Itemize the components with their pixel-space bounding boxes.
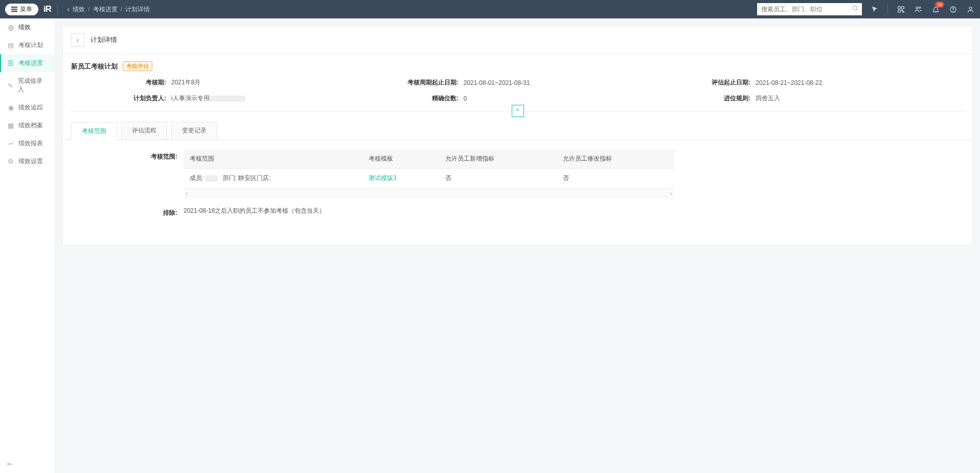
sidebar: ◎ 绩效 ▤ 考核计划 ☰ 考核进度 ✎ 完成值录入 ◉ 绩效追踪 ▦ 绩效档案… <box>0 18 55 473</box>
scope-label: 考核范围: <box>71 149 184 161</box>
svg-rect-6 <box>903 11 904 12</box>
sidebar-item-track[interactable]: ◉ 绩效追踪 <box>0 99 55 117</box>
qrcode-icon[interactable] <box>896 5 905 14</box>
status-badge: 考核评估 <box>123 61 152 71</box>
cell-allow-add: 否 <box>439 169 557 188</box>
scroll-right-icon[interactable]: › <box>670 189 672 197</box>
sidebar-item-progress[interactable]: ☰ 考核进度 <box>0 54 55 72</box>
cell-template: 测试模版3 <box>362 169 440 188</box>
info-value-precision: 0 <box>464 95 467 102</box>
breadcrumb-separator: / <box>88 6 89 13</box>
info-label-precision: 精确位数: <box>372 94 464 103</box>
template-link[interactable]: 测试模版3 <box>369 174 397 182</box>
header-icons: 16 <box>870 5 975 14</box>
exclude-label: 排除: <box>71 206 184 217</box>
info-value-period: 2021年8月 <box>171 78 200 87</box>
svg-point-7 <box>916 7 918 9</box>
back-button[interactable]: ‹ <box>71 33 84 47</box>
redacted-text <box>206 175 218 182</box>
archive-icon: ▦ <box>7 122 14 129</box>
search-input[interactable] <box>757 3 862 15</box>
table-scroll-row: ‹ › <box>184 188 674 198</box>
svg-line-1 <box>856 9 858 11</box>
info-value-rounding: 四舍五入 <box>756 94 780 103</box>
menu-button[interactable]: 菜单 <box>5 4 38 15</box>
breadcrumb-item[interactable]: 考核进度 <box>93 5 118 14</box>
info-value-owner: i人事演示专用 <box>171 94 245 103</box>
sidebar-item-archive[interactable]: ▦ 绩效档案 <box>0 117 55 134</box>
scope-table: 考核范围 考核模板 允许员工新增指标 允许员工修改指标 成员: <box>184 149 674 188</box>
back-chevron-icon[interactable]: ‹ <box>64 5 73 14</box>
sidebar-item-label: 绩效设置 <box>18 157 43 166</box>
tab-scope[interactable]: 考核范围 <box>71 122 117 140</box>
info-value-cycle: 2021-08-01~2021-08-31 <box>464 79 530 86</box>
tab-flow[interactable]: 评估流程 <box>121 122 167 140</box>
menu-icon <box>11 7 17 12</box>
breadcrumb-item[interactable]: 绩效 <box>73 5 85 14</box>
plan-info-grid: 考核期: 2021年8月 考核周期起止日期: 2021-08-01~2021-0… <box>71 74 964 111</box>
table-row: 成员: 部门: 静安区门店; 测试模版3 否 否 <box>184 169 674 188</box>
plan-icon: ▤ <box>7 42 14 49</box>
tab-content: 考核范围: 考核范围 考核模板 允许员工新增指标 允许员工修改指标 <box>63 140 972 245</box>
svg-point-0 <box>853 6 857 10</box>
tab-changes[interactable]: 变更记录 <box>171 122 217 140</box>
sidebar-item-plan[interactable]: ▤ 考核计划 <box>0 36 55 54</box>
svg-point-10 <box>953 11 953 11</box>
svg-rect-3 <box>901 6 903 8</box>
app-logo: iR <box>43 4 51 14</box>
sidebar-item-input[interactable]: ✎ 完成值录入 <box>0 72 55 99</box>
svg-rect-4 <box>898 10 900 12</box>
edit-icon: ✎ <box>7 82 14 89</box>
sidebar-item-label: 绩效档案 <box>18 121 43 130</box>
page-title: 计划详情 <box>90 35 117 44</box>
track-icon: ◉ <box>7 104 14 111</box>
breadcrumb-item[interactable]: 计划详情 <box>125 5 150 14</box>
sidebar-item-label: 绩效追踪 <box>18 103 43 112</box>
sidebar-item-label: 完成值录入 <box>18 77 48 94</box>
exclude-text: 2021-08-18之后入职的员工不参加考核（包含当天） <box>184 206 674 215</box>
th-scope: 考核范围 <box>184 149 362 169</box>
sidebar-item-settings[interactable]: ⚙ 绩效设置 <box>0 152 55 170</box>
breadcrumb-separator: / <box>121 6 122 13</box>
cell-scope: 成员: 部门: 静安区门店; <box>184 169 362 188</box>
help-icon[interactable] <box>948 5 958 14</box>
svg-point-11 <box>969 7 972 9</box>
info-value-eval: 2021-08-21~2021-08-22 <box>756 79 822 86</box>
sidebar-item-performance[interactable]: ◎ 绩效 <box>0 18 55 36</box>
main-content: ‹ 计划详情 新员工考核计划 考核评估 考核期: 2021年8月 考核周期起止日… <box>55 18 980 473</box>
contacts-icon[interactable] <box>914 5 923 14</box>
app-header: 菜单 iR ‹ 绩效 / 考核进度 / 计划详情 16 <box>0 0 980 18</box>
notification-badge: 16 <box>935 2 944 8</box>
plan-name: 新员工考核计划 <box>71 62 118 71</box>
sidebar-item-report[interactable]: 绩效报表 <box>0 134 55 152</box>
settings-icon: ⚙ <box>7 158 14 165</box>
cell-allow-modify: 否 <box>557 169 674 188</box>
th-allow-add: 允许员工新增指标 <box>439 149 557 169</box>
info-label-cycle: 考核周期起止日期: <box>372 78 464 87</box>
progress-icon: ☰ <box>7 60 14 67</box>
th-template: 考核模板 <box>362 149 440 169</box>
info-label-owner: 计划负责人: <box>79 94 171 103</box>
info-label-rounding: 进位规则: <box>664 94 756 103</box>
scroll-left-icon[interactable]: ‹ <box>186 189 188 197</box>
info-label-period: 考核期: <box>79 78 171 87</box>
breadcrumb: 绩效 / 考核进度 / 计划详情 <box>73 5 150 14</box>
svg-rect-5 <box>901 10 902 11</box>
divider <box>57 4 58 14</box>
info-label-eval: 评估起止日期: <box>664 78 756 87</box>
sidebar-collapse-icon[interactable]: ⇤ <box>7 460 13 468</box>
collapse-toggle[interactable]: ^ <box>512 105 524 117</box>
sidebar-item-label: 考核进度 <box>18 59 43 67</box>
svg-point-8 <box>919 7 921 8</box>
th-allow-modify: 允许员工修改指标 <box>557 149 674 169</box>
table-header-row: 考核范围 考核模板 允许员工新增指标 允许员工修改指标 <box>184 149 674 169</box>
cursor-icon[interactable] <box>870 5 879 14</box>
divider <box>887 5 888 14</box>
search-icon[interactable] <box>852 5 859 13</box>
menu-label: 菜单 <box>20 5 32 14</box>
redacted-text <box>210 96 245 102</box>
bell-icon[interactable]: 16 <box>931 5 940 14</box>
user-icon[interactable] <box>966 5 975 14</box>
search-box <box>757 3 862 15</box>
target-icon: ◎ <box>7 24 14 31</box>
